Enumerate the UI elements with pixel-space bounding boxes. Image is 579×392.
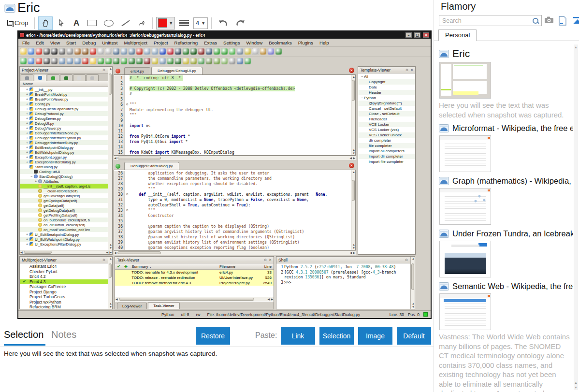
hand-tool-button[interactable] [38,16,53,30]
paste-selection-button[interactable]: Selection [319,327,354,345]
crop-button[interactable]: Crop [3,16,31,30]
tree-item: +Ui_ExceptionsFilterDialog.py [20,242,108,247]
close-tab-icon: ✕ [349,68,354,73]
tree-item: +Ui_EditWatchpointDialog.py [20,237,108,242]
find-icon [159,48,166,55]
template-item: Copyright [358,79,415,85]
code-text: """ [130,102,136,107]
status-line: Line: 30 [390,312,404,317]
tree-item-label: BreakPointViewer.py [35,97,68,102]
fold-marker-icon [125,234,130,240]
horizontal-scrollbar: ◀◀▶ [115,297,274,301]
paste-default-button[interactable]: Default [397,327,431,345]
rectangle-tool-button[interactable] [85,16,100,30]
history-entry-title[interactable]: Microformat - Wikipedia, the free encycl… [439,124,573,133]
history-entry-title[interactable]: Under Frozen Tundra, an Icebreaking Ship… [439,229,573,238]
tree-item-label: DebugClientCapabilities.py [35,107,78,111]
py-icon [29,87,33,91]
history-entry-title[interactable]: Graph (mathematics) - Wikipedia, the fre… [439,176,573,186]
paste-image-button[interactable]: Image [358,327,392,345]
history-entry-title[interactable]: Semantic Web - Wikipedia, the free encyc… [439,282,573,291]
tree-item: +ExceptionsFilterDialog.py [20,160,108,164]
code-text: application for debugging. It asks the u… [130,171,269,176]
search-input[interactable] [439,17,532,24]
tree-item: +DebugUI.py [20,121,108,126]
freehand-tool-button[interactable] [135,16,149,30]
entry-thumbnail[interactable] [439,293,491,330]
text-tool-button[interactable]: A [70,16,83,30]
line-number: 36 [114,224,125,229]
entry-thumbnail[interactable] [439,188,491,225]
syntax-check-icon [190,58,197,64]
project-tab-project-sources [34,74,46,81]
template-tree: −AllCopyrightDateHeader−Python@pyqtSigna… [358,74,415,254]
print-icon [74,48,81,55]
restore-button[interactable]: Restore [196,327,230,345]
multiproject-item-label: Refactoring BRM [29,305,61,309]
column-filename: Filename [219,264,260,269]
code-text: """ [130,113,136,118]
expand-icon: + [25,156,29,159]
history-entry-title[interactable]: Eric [439,48,573,59]
code-text: @param caption the caption to be display… [130,224,269,229]
thickness-select[interactable]: 4▼ [193,17,208,29]
close-icon: ✕ [269,258,272,262]
sidebar-scrollbar[interactable]: ▲▲▼ [574,44,578,390]
tab-personal[interactable]: Personal [438,29,477,41]
comment-icon [229,58,235,64]
line-number: 34 [114,213,125,218]
paste-link-button[interactable]: Link [281,327,315,345]
sidebar-title: Flamory [441,1,476,12]
py-icon [29,97,33,101]
entry-title-text: Semantic Web - Wikipedia, the free encyc… [452,282,573,291]
camera-icon[interactable] [544,16,554,26]
fold-marker-icon [125,81,130,86]
tree-item-label: DebugViewer.py [35,126,61,131]
color-picker[interactable]: ▼ [156,17,175,29]
line-tool-button[interactable] [118,16,133,30]
entry-thumbnail[interactable] [439,62,491,99]
tab-selection[interactable]: Selection [4,329,43,340]
entry-thumbnail[interactable] [439,135,491,172]
tab-notes[interactable]: Notes [51,329,76,340]
tree-item: +Attributes [20,179,108,184]
menu-debug: Debug [82,40,96,45]
task-viewer-title: Task-Viewer [117,258,139,262]
template-item: import dir completer [358,154,415,159]
select-tool-button[interactable] [54,16,68,30]
tree-item: getCoverageData(self) [20,193,108,198]
flamory-logo-icon[interactable] [573,16,579,26]
py-icon [29,232,33,236]
column-line: Line [260,264,274,269]
undo-button[interactable] [215,16,231,30]
ellipse-tool-button[interactable] [101,16,116,30]
fold-marker-icon [125,129,130,134]
fold-marker-icon [125,218,130,224]
template-item: @pyqtSignature("") [358,101,415,106]
tree-item-label: getCoverageData(self) [43,194,80,198]
shell-line-number: 2 [278,270,283,276]
new-note-icon[interactable] [559,16,568,26]
cut-icon [113,48,119,55]
fold-marker-icon [125,176,130,181]
tree-item: +DebugProtocol.py [20,111,108,116]
tree-item: getCyclopsData(self) [20,198,108,203]
redo-icon [105,48,112,55]
color-swatch-red [158,18,167,28]
shell-text: Python 2.5.2 (r252:60911, Jun 7 2008, 00… [284,265,396,270]
api-icon [275,48,282,55]
redo-button[interactable] [232,16,248,30]
code-text: @param argvList history list of commandl… [130,229,304,234]
fold-marker-icon [125,171,130,176]
screenshot-canvas[interactable]: eric4 - /home/detlev/Development/PythonE… [17,30,432,319]
shell-output: 1Python 2.5.2 (r252:60911, Jun 7 2008, 0… [278,265,410,308]
entry-thumbnail[interactable] [439,241,491,277]
thickness-button[interactable] [176,16,192,30]
tree-item-label: StartDialog.py [35,165,58,169]
tree-item: getData(self) [20,203,108,208]
selection-text: Here you will see the text that was sele… [4,350,217,357]
code-line: 32 autoClearShell = True, autoContinue =… [114,203,351,208]
search-box [439,15,542,26]
configure-icon [245,58,251,64]
line-number: 13 [114,139,125,145]
